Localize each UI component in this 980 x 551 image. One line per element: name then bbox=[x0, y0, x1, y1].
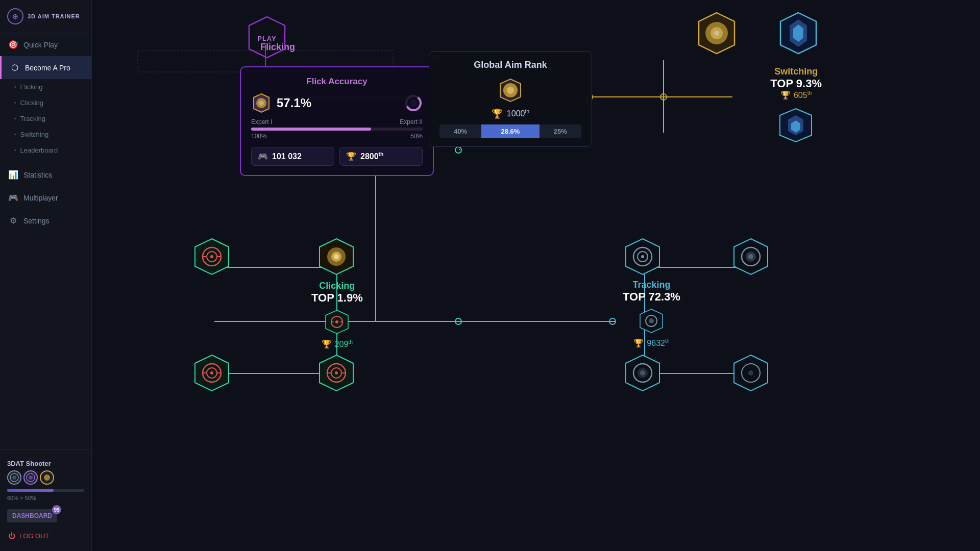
nav-label-settings: Settings bbox=[23, 217, 50, 225]
tracking-node-bottom-right bbox=[731, 353, 771, 395]
svg-point-35 bbox=[410, 99, 417, 107]
clicking-stat: TOP 1.9% bbox=[311, 291, 363, 305]
svg-point-63 bbox=[335, 320, 338, 323]
rank-icon-1 bbox=[7, 470, 21, 485]
dashboard-badge: 99 bbox=[52, 505, 61, 514]
sidebar-item-multiplayer[interactable]: 🎮 Multiplayer bbox=[0, 186, 91, 209]
trophy-icon-tracking: 🏆 bbox=[633, 338, 644, 348]
sub-nav-tracking-label: Tracking bbox=[20, 115, 45, 122]
switching-rank: 🏆 605th bbox=[770, 90, 822, 100]
switching-label: Switching bbox=[770, 66, 822, 77]
settings-icon: ⚙ bbox=[8, 216, 18, 226]
global-bar-mid: 28.6% bbox=[481, 124, 539, 138]
switching-hex-left bbox=[694, 10, 740, 58]
global-aim-rank-card: Global Aim Rank 🏆 1000th 40% 28.6% 25% bbox=[429, 51, 592, 147]
trophy-icon-clicking: 🏆 bbox=[322, 339, 332, 349]
sidebar-item-statistics[interactable]: 📊 Statistics bbox=[0, 163, 91, 186]
global-bar-left: 40% bbox=[439, 124, 481, 138]
clicking-node-bottom-left bbox=[192, 353, 232, 395]
flick-stats-row: 🎮 101 032 🏆 2800th bbox=[251, 147, 423, 166]
flick-plays-box: 🎮 101 032 bbox=[251, 147, 334, 166]
clicking-node-bottom-center bbox=[316, 353, 356, 395]
sidebar-item-leaderboard[interactable]: Leaderboard bbox=[0, 142, 91, 158]
global-place: 🏆 1000th bbox=[439, 108, 581, 119]
switching-section: Switching TOP 9.3% 🏆 605th bbox=[770, 15, 822, 146]
svg-point-93 bbox=[748, 370, 753, 375]
xp-bar-container bbox=[7, 489, 84, 492]
controller-icon: 🎮 bbox=[258, 152, 268, 161]
global-bar-right: 25% bbox=[540, 124, 581, 138]
sub-nav-switching-label: Switching bbox=[20, 131, 49, 138]
flick-card-title: Flick Accuracy bbox=[251, 77, 423, 87]
svg-point-86 bbox=[649, 318, 654, 323]
gun-icon: 🎯 bbox=[8, 40, 18, 49]
nav-label-quick-play: Quick Play bbox=[23, 41, 58, 49]
clicking-label: Clicking bbox=[311, 281, 363, 291]
svg-point-4 bbox=[44, 474, 50, 481]
svg-point-32 bbox=[259, 101, 264, 106]
svg-point-58 bbox=[334, 254, 339, 259]
nav-label-statistics: Statistics bbox=[23, 171, 52, 179]
power-icon: ⏻ bbox=[8, 532, 15, 540]
tracking-rank: 🏆 9632th bbox=[623, 338, 680, 348]
clicking-place: 209th bbox=[335, 339, 353, 349]
svg-point-52 bbox=[210, 255, 213, 258]
svg-point-17 bbox=[455, 318, 461, 324]
switching-hex-bottom bbox=[777, 106, 815, 146]
trophy-icon-flick: 🏆 bbox=[346, 152, 356, 161]
rank-icon-2 bbox=[23, 470, 38, 485]
app-title: 3D AIM TRAINER bbox=[28, 13, 80, 19]
sidebar-item-clicking[interactable]: Clicking bbox=[0, 95, 91, 111]
sidebar-item-flicking[interactable]: Flicking bbox=[0, 79, 91, 95]
flick-plays-value: 101 032 bbox=[272, 152, 302, 161]
clicking-node-upper-left bbox=[192, 237, 232, 279]
sub-nav-flicking-label: Flicking bbox=[20, 83, 43, 91]
flick-accuracy-card: Flick Accuracy 57.1% Expert I Expert II … bbox=[240, 66, 434, 176]
svg-point-27 bbox=[660, 94, 667, 100]
sidebar-item-become-pro[interactable]: ⬡ Become A Pro bbox=[0, 56, 91, 79]
sidebar-item-tracking[interactable]: Tracking bbox=[0, 111, 91, 127]
stats-icon: 📊 bbox=[8, 170, 18, 180]
logout-button[interactable]: ⏻ LOG OUT bbox=[0, 527, 91, 545]
nav-label-multiplayer: Multiplayer bbox=[23, 194, 58, 202]
play-button-label[interactable]: PLAY bbox=[257, 35, 276, 42]
sidebar-item-switching[interactable]: Switching bbox=[0, 127, 91, 142]
main-content: PLAY Flicking Flick Accuracy 57.1% Exper… bbox=[92, 0, 980, 551]
flick-rank-labels: Expert I Expert II bbox=[251, 118, 423, 126]
svg-point-67 bbox=[210, 371, 213, 374]
play-hex-node[interactable]: PLAY bbox=[244, 14, 290, 62]
flick-score-value: 57.1% bbox=[277, 96, 311, 110]
dashboard-button[interactable]: DASHBOARD 99 bbox=[7, 509, 57, 522]
svg-point-3 bbox=[29, 475, 33, 480]
tracking-node-bottom-left bbox=[623, 353, 663, 395]
trophy-icon-switching: 🏆 bbox=[780, 90, 791, 100]
svg-point-1 bbox=[12, 475, 16, 480]
sidebar-item-settings[interactable]: ⚙ Settings bbox=[0, 209, 91, 232]
user-info: 3DAT Shooter 60% > 50% bbox=[0, 456, 91, 505]
global-rank-value: 1000th bbox=[507, 109, 529, 118]
clicking-rank: 🏆 209th bbox=[311, 339, 363, 349]
flick-rank-box: 🏆 2800th bbox=[339, 147, 423, 166]
multiplayer-icon: 🎮 bbox=[8, 193, 18, 203]
rank-icon-3 bbox=[40, 470, 54, 485]
logo: ⊕ 3D AIM TRAINER bbox=[0, 0, 91, 33]
flick-score-row: 57.1% bbox=[251, 93, 423, 113]
svg-point-42 bbox=[714, 31, 719, 36]
svg-point-73 bbox=[335, 371, 338, 374]
tracking-small-hex bbox=[623, 308, 680, 334]
switching-place: 605th bbox=[794, 90, 812, 100]
svg-point-83 bbox=[748, 254, 753, 259]
svg-point-15 bbox=[609, 318, 616, 324]
clicking-node-center-top bbox=[316, 237, 356, 279]
sidebar: ⊕ 3D AIM TRAINER 🎯 Quick Play ⬡ Become A… bbox=[0, 0, 92, 551]
hex-icon: ⬡ bbox=[10, 63, 20, 72]
clicking-small-hex bbox=[311, 309, 363, 335]
switching-info: Switching TOP 9.3% 🏆 605th bbox=[770, 66, 822, 100]
sidebar-item-quick-play[interactable]: 🎯 Quick Play bbox=[0, 33, 91, 56]
tracking-stat: TOP 72.3% bbox=[623, 290, 680, 304]
tracking-info: Tracking TOP 72.3% 🏆 9632th bbox=[623, 280, 680, 348]
xp-text: 60% > 50% bbox=[7, 495, 84, 501]
svg-point-79 bbox=[641, 255, 644, 258]
global-rank-icon bbox=[439, 78, 581, 103]
trophy-icon-global: 🏆 bbox=[492, 108, 503, 119]
